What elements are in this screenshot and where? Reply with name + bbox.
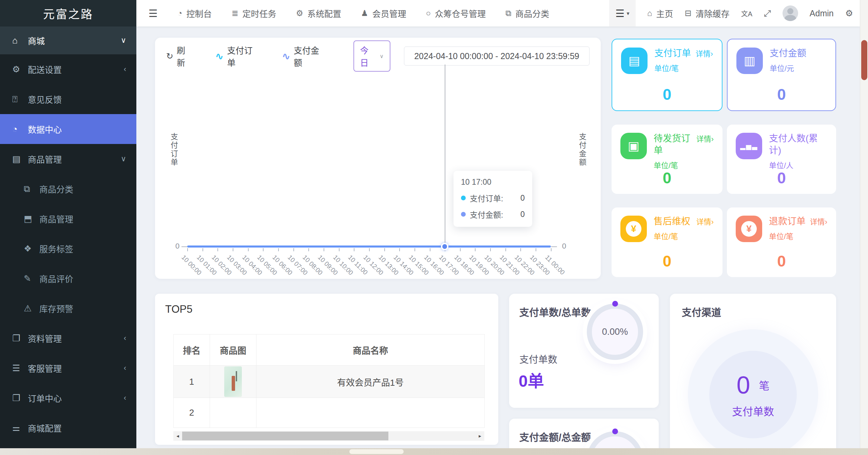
hamburger-icon[interactable]: ☰	[149, 7, 158, 19]
scroll-left-arrow-icon[interactable]: ◂	[173, 433, 182, 439]
channel-label: 支付单数	[732, 403, 774, 418]
top5-card: TOP5 排名 商品图 商品名称 1 有效会员产品1号 2 ◂ ▸	[155, 294, 498, 445]
sidebar-item[interactable]: ◔ 数据中心	[0, 114, 136, 144]
menu-item-label: 众筹仓号管理	[435, 7, 486, 19]
chevron-icon: ∨	[121, 154, 126, 163]
stat-unit: 单位/元	[770, 62, 827, 73]
package-box-icon: ▣	[620, 133, 647, 159]
wave-icon: ∿	[215, 50, 224, 62]
series-dot-icon	[461, 196, 466, 200]
sidebar-item[interactable]: ⌂ 商城 ∨	[0, 26, 136, 54]
menu-item-label: 会员管理	[372, 7, 406, 19]
vertical-scrollbar[interactable]	[860, 0, 868, 448]
stat-card-refund-orders[interactable]: ¥ 退款订单 详情› 单位/笔 0	[727, 207, 836, 277]
sidebar-item[interactable]: ✎ 商品评价	[0, 263, 136, 293]
stat-value: 0	[612, 169, 722, 187]
stat-value: 0	[728, 85, 835, 104]
vertical-scrollbar-thumb[interactable]	[861, 40, 867, 80]
user-name[interactable]: Admin	[810, 8, 834, 18]
detail-link[interactable]: 详情›	[810, 216, 827, 226]
menu-item-icon: ⚙	[296, 8, 304, 18]
y-axis-zero-right: 0	[562, 242, 566, 251]
horizontal-scrollbar[interactable]	[0, 448, 868, 455]
settings-gear-icon[interactable]: ⚙	[845, 8, 853, 19]
sidebar-item-icon: ❐	[12, 333, 28, 344]
gauge-value: 0单	[519, 368, 544, 392]
navbar-right: ☰▾ ⌂ 主页 ⊟ 清除缓存 文A ⤢ Admin ⚙	[609, 0, 860, 26]
sidebar-item-icon: ⍰	[12, 94, 28, 105]
navbar-menu-item[interactable]: ○ 众筹仓号管理	[426, 7, 486, 19]
refresh-button[interactable]: ↻ 刷新	[166, 44, 193, 68]
tooltip-time: 10 17:00	[461, 178, 525, 187]
sidebar-item[interactable]: ❐ 资料管理 ‹	[0, 323, 136, 353]
sidebar-item[interactable]: ☰ 客服管理 ‹	[0, 353, 136, 383]
stat-card-pay-orders[interactable]: ▤ 支付订单 详情› 单位/笔 0	[612, 39, 722, 111]
axis-stub	[551, 246, 557, 247]
sidebar-item[interactable]: ⚠ 库存预警	[0, 293, 136, 323]
stat-value: 0	[612, 252, 722, 270]
sidebar-item-icon: ⚙	[12, 64, 28, 75]
detail-link[interactable]: 详情›	[696, 48, 713, 58]
stat-title: 支付订单	[654, 48, 694, 59]
sidebar-item-label: 客服管理	[28, 362, 62, 374]
sidebar-nav: ⌂ 商城 ∨ ⚙ 配送设置 ‹ ⍰ 意见反馈 ◔ 数据中心	[0, 26, 136, 443]
clear-cache-button[interactable]: ⊟ 清除缓存	[685, 7, 730, 19]
navbar-menu-item[interactable]: ≣ 定时任务	[231, 7, 276, 19]
sidebar-item[interactable]: ⚙ 配送设置 ‹	[0, 54, 136, 84]
table-row[interactable]: 2	[174, 398, 485, 428]
sidebar-item[interactable]: ⍰ 意见反馈	[0, 84, 136, 114]
translate-icon[interactable]: 文A	[741, 8, 752, 18]
sidebar-item[interactable]: ⬒ 商品管理	[0, 204, 136, 234]
detail-link[interactable]: 详情›	[696, 216, 714, 226]
crosshair-line	[445, 65, 445, 247]
stat-card-pending-ship[interactable]: ▣ 待发货订单 详情› 单位/笔 0	[612, 125, 722, 194]
sidebar-item-icon: ✎	[24, 273, 39, 284]
channel-value: 0	[736, 371, 750, 399]
sidebar-item[interactable]: ❐ 订单中心 ‹	[0, 383, 136, 413]
stat-card-after-sales[interactable]: ¥ 售后维权 详情› 单位/笔 0	[612, 207, 722, 277]
column-header: 排名	[174, 334, 210, 366]
scroll-right-arrow-icon[interactable]: ▸	[476, 433, 484, 439]
top5-title: TOP5	[165, 303, 192, 315]
stat-title: 支付金额	[770, 48, 827, 59]
chart-header: ↻ 刷新 ∿ 支付订单 ∿ 支付金额 今日 ∨ 2024-04-10 00:00…	[166, 47, 590, 66]
sidebar-item-icon: ⬒	[24, 214, 39, 224]
menu-item-icon: ⧉	[505, 8, 511, 18]
navbar-menu-item[interactable]: ♟ 会员管理	[361, 7, 406, 19]
channel-donut: 0 笔 支付单数	[688, 329, 818, 448]
sidebar-item-label: 意见反馈	[28, 93, 62, 105]
table-horizontal-scrollbar[interactable]: ◂ ▸	[173, 431, 484, 441]
data-point-marker[interactable]	[441, 243, 448, 250]
sidebar-item[interactable]: ▤ 商品管理 ∨	[0, 144, 136, 174]
home-button[interactable]: ⌂ 主页	[647, 7, 673, 19]
sidebar-item-label: 商品分类	[39, 183, 73, 195]
pay-amount-ratio-card: 支付金额/总金额	[509, 419, 659, 448]
gauge-dot	[612, 301, 618, 307]
avatar[interactable]	[783, 5, 798, 21]
legend-pay-amount[interactable]: ∿ 支付金额	[282, 44, 326, 68]
fullscreen-icon[interactable]: ⤢	[764, 8, 771, 19]
stat-card-pay-amount[interactable]: ▥ 支付金额 单位/元 0	[727, 39, 836, 111]
table-row[interactable]: 1 有效会员产品1号	[174, 366, 485, 398]
sidebar-item[interactable]: ⧉ 商品分类	[0, 174, 136, 204]
stat-cards: ▤ 支付订单 详情› 单位/笔 0 ▥ 支付金额 单位/元 0 ▣ 待发货订单	[612, 39, 836, 277]
legend-pay-orders[interactable]: ∿ 支付订单	[215, 44, 259, 68]
date-range-select[interactable]: 今日 ∨	[353, 40, 390, 72]
menu-dropdown-button[interactable]: ☰▾	[609, 0, 636, 26]
document-icon: ▤	[621, 48, 648, 74]
scrollbar-thumb[interactable]	[182, 432, 388, 440]
horizontal-scrollbar-thumb[interactable]	[349, 449, 404, 454]
channel-title: 支付渠道	[682, 305, 721, 319]
navbar-menu-item[interactable]: ◔ 控制台	[177, 7, 212, 19]
chevron-icon: ‹	[124, 394, 126, 402]
sidebar-item-label: 订单中心	[28, 392, 62, 404]
chart-series-line	[187, 245, 551, 248]
detail-link[interactable]: 详情›	[696, 133, 714, 144]
sidebar-item[interactable]: ❖ 服务标签	[0, 234, 136, 263]
navbar-menu-item[interactable]: ⚙ 系统配置	[296, 7, 342, 19]
sidebar-item[interactable]: ⚌ 商城配置	[0, 413, 136, 443]
date-range-input[interactable]: 2024-04-10 00:00:00 - 2024-04-10 23:59:5…	[404, 47, 590, 66]
stat-card-payers[interactable]: ▂▅▃ 支付人数(累计) 单位/人 0	[727, 125, 836, 194]
product-image	[224, 366, 242, 397]
navbar-menu-item[interactable]: ⧉ 商品分类	[505, 7, 549, 19]
